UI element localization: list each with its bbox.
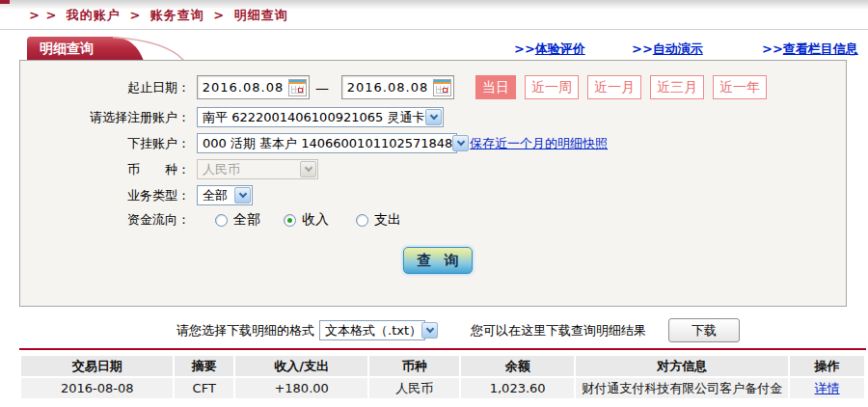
- fund-flow-option-all[interactable]: 全部: [215, 211, 260, 229]
- radio-checked-icon[interactable]: [284, 214, 296, 227]
- dropdown-arrow-icon: [425, 109, 442, 125]
- breadcrumb-item-my-account[interactable]: 我的账户: [67, 8, 121, 22]
- tab-swoosh-decoration: [97, 37, 203, 61]
- module-tab: 明细查询: [27, 37, 203, 61]
- download-format-value: 文本格式（.txt）: [325, 322, 421, 339]
- business-type-value: 全部: [203, 187, 228, 204]
- fund-flow-label: 资金流向：: [20, 211, 190, 229]
- radio-unchecked-icon[interactable]: [215, 214, 228, 227]
- fund-flow-option-income[interactable]: 收入: [284, 211, 329, 229]
- currency-label: 币 种：: [20, 161, 190, 178]
- detail-link[interactable]: 详情: [815, 381, 840, 395]
- cell-summary: CFT: [175, 378, 233, 398]
- page: > > 我的账户 > 账务查询 > 明细查询 明细查询 >>体验评价 >>自动演…: [0, 0, 868, 407]
- radio-unchecked-icon[interactable]: [356, 214, 368, 227]
- breadcrumb: > > 我的账户 > 账务查询 > 明细查询: [29, 7, 292, 24]
- dropdown-arrow-icon: [421, 322, 438, 339]
- dropdown-arrow-icon: [452, 135, 469, 151]
- download-format-label: 请您选择下载明细的格式: [176, 322, 314, 339]
- business-type-select[interactable]: 全部: [197, 185, 253, 205]
- dropdown-arrow-icon: [300, 161, 316, 177]
- query-button[interactable]: 查 询: [403, 247, 473, 274]
- business-type-row: 业务类型： 全部: [20, 185, 846, 205]
- divider-line: [0, 29, 868, 30]
- top-left-marker: [0, 0, 10, 4]
- currency-value: 人民币: [203, 161, 240, 178]
- download-format-select[interactable]: 文本格式（.txt）: [319, 320, 425, 340]
- calendar-icon[interactable]: [433, 79, 451, 96]
- cell-amount: +180.00: [235, 378, 367, 398]
- cell-transaction-date: 2016-08-08: [21, 378, 173, 398]
- start-date-value: 2016.08.08: [198, 80, 288, 95]
- currency-select-disabled: 人民币: [197, 159, 318, 179]
- page-title: 明细查询: [27, 37, 97, 61]
- date-range-label: 起止日期：: [20, 79, 190, 96]
- start-date-input[interactable]: 2016.08.08: [197, 75, 310, 99]
- link-auto-demo[interactable]: >>自动演示: [632, 41, 703, 58]
- save-snapshot-link[interactable]: 保存近一个月的明细快照: [470, 135, 608, 152]
- sub-account-select[interactable]: 000 活期 基本户 1406600101102571848: [197, 133, 457, 153]
- calendar-icon[interactable]: [288, 79, 307, 96]
- end-date-input[interactable]: 2016.08.08: [341, 75, 454, 99]
- registered-account-row: 请选择注册账户： 南平 6222001406100921065 灵通卡: [20, 107, 846, 127]
- header-action: 操作: [790, 356, 864, 376]
- registered-account-select[interactable]: 南平 6222001406100921065 灵通卡: [197, 107, 444, 127]
- registered-account-label: 请选择注册账户：: [20, 109, 190, 126]
- query-form-panel: 起止日期： 2016.08.08 — 2016.08.08 当日 近一周: [19, 60, 847, 307]
- cell-balance: 1,023.60: [461, 378, 574, 398]
- registered-account-value: 南平 6222001406100921065 灵通卡: [203, 109, 424, 126]
- quick-range-last-month-button[interactable]: 近一月: [587, 75, 641, 99]
- header-income-expense: 收入/支出: [235, 356, 367, 376]
- fund-flow-option-expense[interactable]: 支出: [356, 211, 401, 229]
- sub-account-row: 下挂账户： 000 活期 基本户 1406600101102571848 保存近…: [20, 133, 846, 153]
- date-range-row: 起止日期： 2016.08.08 — 2016.08.08 当日 近一周: [20, 75, 846, 99]
- breadcrumb-separator: >: [213, 8, 225, 22]
- breadcrumb-item-detail-query[interactable]: 明细查询: [234, 8, 288, 22]
- header-currency: 币种: [369, 356, 459, 376]
- header-transaction-date: 交易日期: [21, 356, 173, 376]
- header-summary: 摘要: [175, 356, 233, 376]
- currency-row: 币 种： 人民币: [20, 159, 846, 179]
- table-row: 2016-08-08 CFT +180.00 人民币 1,023.60 财付通支…: [21, 378, 864, 398]
- breadcrumb-item-account-query[interactable]: 账务查询: [150, 8, 204, 22]
- table-top-red-line: [19, 348, 866, 350]
- business-type-label: 业务类型：: [20, 187, 190, 204]
- download-button[interactable]: 下载: [668, 318, 740, 342]
- table-header-row: 交易日期 摘要 收入/支出 币种 余额 对方信息 操作: [21, 356, 864, 376]
- quick-range-today-button[interactable]: 当日: [475, 75, 516, 99]
- quick-range-last-year-button[interactable]: 近一年: [713, 75, 767, 99]
- sub-account-value: 000 活期 基本户 1406600101102571848: [203, 135, 452, 152]
- breadcrumb-arrows: > >: [29, 8, 57, 22]
- transaction-table: 交易日期 摘要 收入/支出 币种 余额 对方信息 操作 2016-08-08 C…: [19, 354, 866, 400]
- dropdown-arrow-icon: [234, 187, 251, 204]
- cell-currency: 人民币: [369, 378, 459, 398]
- header-counterparty: 对方信息: [576, 356, 788, 376]
- fund-flow-row: 资金流向： 全部 收入 支出: [20, 211, 846, 229]
- cell-counterparty: 财付通支付科技有限公司客户备付金: [576, 378, 788, 398]
- date-range-dash: —: [315, 80, 329, 95]
- link-view-column-info[interactable]: >>查看栏目信息: [762, 41, 858, 58]
- download-row: 请您选择下载明细的格式 文本格式（.txt） 您可以在这里下载查询明细结果 下载: [0, 318, 868, 342]
- breadcrumb-separator: >: [129, 8, 141, 22]
- quick-range-last-week-button[interactable]: 近一周: [525, 75, 579, 99]
- quick-range-last-3-months-button[interactable]: 近三月: [650, 75, 704, 99]
- end-date-value: 2016.08.08: [342, 80, 433, 95]
- header-balance: 余额: [461, 356, 574, 376]
- sub-account-label: 下挂账户：: [20, 135, 190, 152]
- download-hint-text: 您可以在这里下载查询明细结果: [471, 322, 646, 339]
- link-experience-rating[interactable]: >>体验评价: [514, 41, 585, 58]
